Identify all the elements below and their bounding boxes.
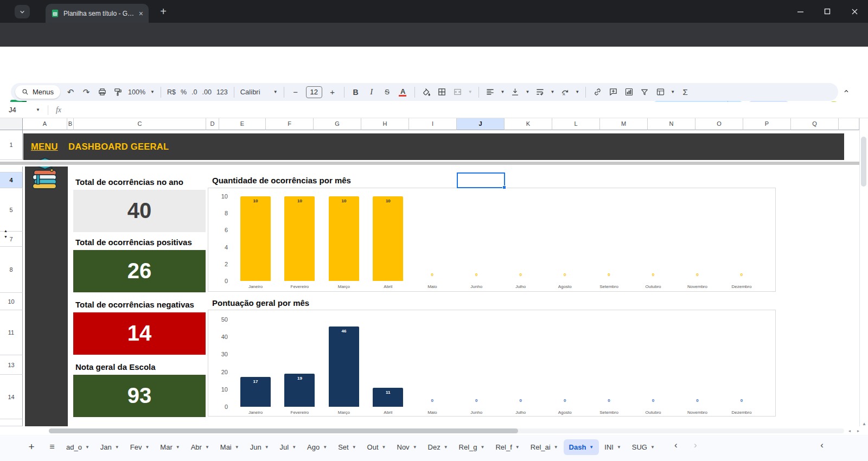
sheet-tab-menu-icon[interactable]: ▼	[115, 445, 119, 450]
chevron-down-icon[interactable]: ▼	[36, 107, 40, 112]
sheet-tab-Out[interactable]: Out▼	[362, 439, 392, 455]
row-header-15[interactable]	[0, 419, 23, 426]
horizontal-scrollbar[interactable]: ◂ ▸	[0, 426, 868, 435]
column-header-I[interactable]: I	[409, 118, 457, 130]
sheet-tab-menu-icon[interactable]: ▼	[292, 445, 296, 450]
column-header-F[interactable]: F	[266, 118, 314, 130]
sheet-tab-Fev[interactable]: Fev▼	[125, 439, 155, 455]
filter-views-button[interactable]	[655, 87, 666, 97]
vertical-scrollbar[interactable]: ▲ ▼	[859, 118, 868, 435]
row-header-5[interactable]: 5	[0, 188, 23, 232]
sheet-tab-menu-icon[interactable]: ▼	[617, 445, 621, 450]
font-select[interactable]: Calibri	[240, 88, 269, 96]
undo-button[interactable]: ↶	[65, 87, 76, 97]
column-header-P[interactable]: P	[743, 118, 791, 130]
decrease-decimals-button[interactable]: .0	[192, 88, 197, 96]
horizontal-scrollbar-thumb[interactable]	[49, 428, 518, 433]
sheet-tab-Nov[interactable]: Nov▼	[392, 439, 423, 455]
row-header-8[interactable]: 8	[0, 247, 23, 293]
column-header-N[interactable]: N	[648, 118, 695, 130]
row-header-10[interactable]: 10	[0, 293, 23, 310]
zoom-select[interactable]: 100%	[128, 88, 145, 96]
chevron-down-icon[interactable]: ▼	[575, 89, 579, 94]
decrease-font-size-button[interactable]: −	[290, 87, 301, 97]
select-all-corner[interactable]	[0, 118, 23, 130]
sheet-tab-menu-icon[interactable]: ▼	[145, 445, 149, 450]
vertical-scrollbar-thumb[interactable]	[861, 137, 866, 187]
column-header-K[interactable]: K	[505, 118, 552, 130]
sheet-tab-Rel_f[interactable]: Rel_f▼	[490, 439, 525, 455]
browser-tab[interactable]: Planilha sem título - Google Pla ×	[46, 4, 149, 23]
borders-button[interactable]	[437, 87, 448, 97]
sheet-tab-ad_o[interactable]: ad_o▼	[61, 439, 95, 455]
sheet-canvas[interactable]: MENU DASHBOARD GEERAL Total de ocorrênci…	[23, 130, 859, 426]
column-header-O[interactable]: O	[695, 118, 743, 130]
print-button[interactable]	[97, 87, 107, 97]
tabs-scroll-right[interactable]: ›	[694, 440, 697, 451]
fill-handle[interactable]	[502, 185, 506, 189]
row-header-1[interactable]: 1	[0, 130, 23, 160]
sheet-tab-Dash[interactable]: Dash▼	[564, 439, 599, 455]
column-header-E[interactable]: E	[219, 118, 266, 130]
column-header-L[interactable]: L	[552, 118, 600, 130]
chevron-down-icon[interactable]: ▼	[501, 89, 505, 94]
insert-chart-button[interactable]	[623, 87, 634, 97]
sheet-tab-menu-icon[interactable]: ▼	[235, 445, 239, 450]
row-header-3[interactable]	[0, 167, 23, 172]
row-header-11[interactable]: 11	[0, 310, 23, 355]
chevron-down-icon[interactable]: ▼	[273, 89, 278, 94]
hidden-rows-down-icon[interactable]: ▼	[4, 235, 8, 239]
sheet-tab-Set[interactable]: Set▼	[333, 439, 361, 455]
sheet-tab-menu-icon[interactable]: ▼	[265, 445, 269, 450]
column-header-G[interactable]: G	[314, 118, 361, 130]
text-rotation-button[interactable]: A	[559, 87, 570, 97]
sheet-tab-Dez[interactable]: Dez▼	[423, 439, 454, 455]
sheet-tab-INI[interactable]: INI▼	[599, 439, 627, 455]
column-header-J[interactable]: J	[457, 118, 505, 130]
chevron-down-icon[interactable]: ▼	[468, 89, 473, 94]
increase-font-size-button[interactable]: +	[327, 87, 338, 97]
window-close-button[interactable]	[841, 0, 868, 23]
italic-button[interactable]: I	[366, 87, 377, 97]
tab-search-button[interactable]	[15, 5, 30, 18]
sheet-tab-menu-icon[interactable]: ▼	[650, 445, 655, 450]
column-header-Q[interactable]: Q	[791, 118, 839, 130]
column-header-D[interactable]: D	[206, 118, 219, 130]
chevron-down-icon[interactable]: ▼	[150, 89, 155, 94]
column-header-H[interactable]: H	[361, 118, 409, 130]
sheet-tab-menu-icon[interactable]: ▼	[554, 445, 558, 450]
sheet-tab-menu-icon[interactable]: ▼	[352, 445, 356, 450]
window-maximize-button[interactable]	[814, 0, 841, 23]
sheet-tab-Mar[interactable]: Mar▼	[155, 439, 185, 455]
scroll-right-icon[interactable]: ▸	[857, 428, 859, 433]
sheet-tab-menu-icon[interactable]: ▼	[444, 445, 448, 450]
fill-color-button[interactable]	[421, 87, 432, 97]
sheet-tab-menu-icon[interactable]: ▼	[85, 445, 90, 450]
row-header-7[interactable]: 7	[0, 232, 23, 247]
new-tab-button[interactable]: +	[156, 5, 170, 19]
sheet-tab-Jul[interactable]: Jul▼	[275, 439, 302, 455]
chart-2[interactable]: 50403020100Janeiro17Fevereiro19Março46Ab…	[208, 310, 776, 417]
sheet-tab-menu-icon[interactable]: ▼	[589, 445, 593, 450]
chevron-down-icon[interactable]: ▼	[526, 89, 530, 94]
hidden-rows-up-icon[interactable]: ▲	[4, 229, 8, 233]
more-formats-button[interactable]: 123	[216, 88, 228, 96]
window-minimize-button[interactable]	[787, 0, 814, 23]
text-color-button[interactable]: A	[398, 87, 409, 97]
sheet-tab-menu-icon[interactable]: ▼	[205, 445, 209, 450]
all-sheets-button[interactable]: ≡	[46, 440, 59, 453]
chevron-down-icon[interactable]: ▼	[550, 89, 554, 94]
horizontal-align-button[interactable]	[485, 87, 496, 97]
column-header-C[interactable]: C	[74, 118, 206, 130]
merge-cells-button[interactable]	[452, 87, 463, 97]
sheet-tab-menu-icon[interactable]: ▼	[515, 445, 520, 450]
insert-comment-button[interactable]	[608, 87, 618, 97]
row-header-4[interactable]: 4	[0, 172, 23, 188]
frozen-rows-divider[interactable]	[0, 160, 859, 167]
name-box[interactable]: J4	[0, 106, 36, 114]
functions-button[interactable]: Σ	[680, 87, 691, 97]
format-currency-button[interactable]: R$	[167, 88, 176, 96]
create-filter-button[interactable]	[639, 88, 650, 97]
sheet-tab-menu-icon[interactable]: ▼	[481, 445, 485, 450]
add-sheet-button[interactable]: +	[25, 440, 38, 453]
